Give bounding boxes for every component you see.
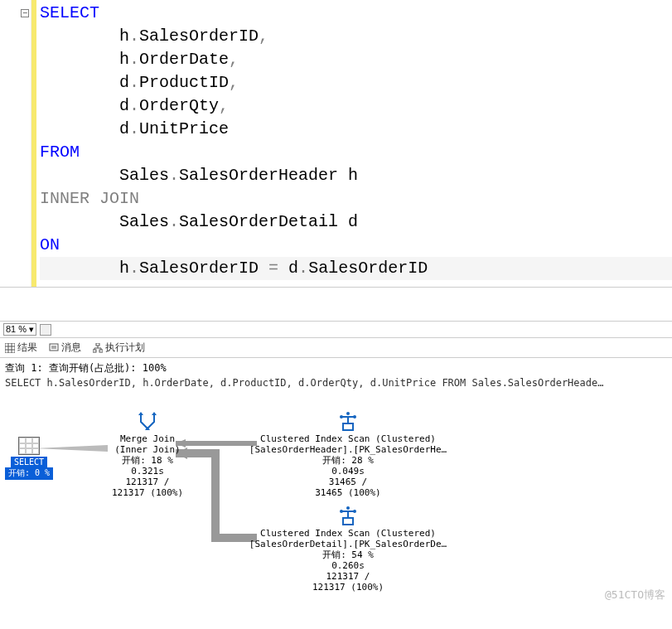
tab-messages[interactable]: 消息 [49, 341, 81, 355]
messages-icon [49, 343, 59, 353]
svg-marker-19 [152, 412, 157, 415]
tab-messages-label: 消息 [61, 341, 81, 355]
fold-toggle-icon[interactable]: − [21, 9, 29, 17]
svg-rect-27 [343, 518, 353, 525]
scan1-rows-est: 31465 (100%) [249, 487, 447, 498]
query-cost-header: 查询 1: 查询开销(占总批): 100% [0, 358, 672, 377]
scan2-rows-actual: 121317 / [249, 571, 447, 582]
svg-rect-21 [343, 423, 353, 430]
editor-body[interactable]: SELECT h.SalesOrderID, h.OrderDate, d.Pr… [36, 0, 672, 287]
svg-point-24 [340, 415, 343, 419]
merge-cost: 开销: 18 % [98, 455, 197, 466]
select-result-icon [18, 437, 40, 455]
watermark: @51CTO博客 [605, 588, 665, 602]
clustered-index-scan-icon [336, 412, 360, 432]
tab-plan[interactable]: 执行计划 [93, 341, 145, 355]
scan2-rows-est: 121317 (100%) [249, 582, 447, 593]
svg-rect-5 [50, 344, 58, 351]
merge-title: Merge Join [98, 433, 197, 444]
zoom-handle[interactable] [40, 324, 51, 336]
plan-node-merge-join[interactable]: Merge Join (Inner Join) 开销: 18 % 0.321s … [98, 412, 197, 498]
tab-plan-label: 执行计划 [105, 341, 145, 355]
plan-node-index-scan-detail[interactable]: Clustered Index Scan (Clustered) [SalesO… [249, 506, 447, 593]
merge-subtype: (Inner Join) [98, 444, 197, 455]
scan2-title: Clustered Index Scan (Clustered) [249, 528, 447, 539]
scan2-object: [SalesOrderDetail].[PK_SalesOrderDe… [249, 539, 447, 549]
scan1-object: [SalesOrderHeader].[PK_SalesOrderHe… [249, 444, 447, 455]
svg-marker-18 [138, 412, 143, 415]
svg-point-31 [353, 510, 356, 513]
execution-plan[interactable]: SELECT 开销: 0 % Merge Join (Inner Join) 开… [0, 390, 672, 606]
zoom-dropdown[interactable]: 81 % ▾ [3, 323, 36, 336]
fold-gutter: − [0, 0, 31, 287]
svg-rect-0 [5, 343, 15, 353]
svg-point-32 [346, 506, 350, 510]
query-sql-text: SELECT h.SalesOrderID, h.OrderDate, d.Pr… [0, 377, 672, 390]
tab-results[interactable]: 结果 [5, 341, 37, 355]
select-cost: 开销: 0 % [5, 467, 53, 480]
svg-point-25 [353, 415, 356, 419]
scan1-rows-actual: 31465 / [249, 477, 447, 487]
plan-node-index-scan-header[interactable]: Clustered Index Scan (Clustered) [SalesO… [249, 412, 447, 498]
scan2-time: 0.260s [249, 560, 447, 571]
svg-point-30 [340, 510, 343, 513]
zoom-bar: 81 % ▾ [0, 321, 672, 338]
scan1-title: Clustered Index Scan (Clustered) [249, 433, 447, 444]
plan-node-select[interactable]: SELECT 开销: 0 % [5, 437, 53, 480]
sql-editor[interactable]: − SELECT h.SalesOrderID, h.OrderDate, d.… [0, 0, 672, 288]
svg-rect-8 [96, 343, 99, 346]
merge-join-icon [136, 412, 159, 432]
result-tabs: 结果 消息 执行计划 [0, 338, 672, 358]
svg-rect-9 [93, 350, 96, 352]
scan1-cost: 开销: 28 % [249, 455, 447, 466]
select-label: SELECT [11, 457, 47, 467]
merge-rows-actual: 121317 / [98, 477, 197, 487]
chevron-down-icon: ▾ [29, 324, 34, 334]
svg-rect-10 [99, 350, 103, 352]
clustered-index-scan-icon [336, 506, 360, 526]
svg-point-26 [346, 412, 350, 415]
merge-time: 0.321s [98, 466, 197, 477]
scan2-cost: 开销: 54 % [249, 549, 447, 560]
results-icon [5, 343, 15, 353]
scan1-time: 0.049s [249, 466, 447, 477]
tab-results-label: 结果 [17, 341, 37, 355]
plan-icon [93, 343, 103, 353]
merge-rows-est: 121317 (100%) [98, 487, 197, 498]
